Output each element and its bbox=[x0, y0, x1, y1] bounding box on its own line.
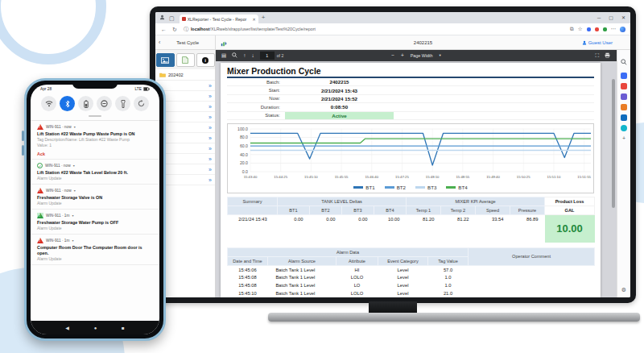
panel-title: Test Cycle bbox=[160, 40, 215, 45]
notification-card[interactable]: WIN-911 · 1m▾Freshwater Storage Water Pu… bbox=[31, 210, 159, 235]
notification-header: WIN-911 · 1m▾ bbox=[37, 238, 153, 243]
zoom-mode-label[interactable]: Page Width bbox=[411, 53, 433, 58]
tab-reports[interactable] bbox=[156, 53, 175, 67]
minimize-button[interactable]: ─ bbox=[597, 15, 601, 20]
edge-sidebar-app-icon-4[interactable] bbox=[621, 104, 627, 110]
split-screen-icon[interactable]: ⧉ bbox=[570, 27, 574, 32]
edge-sidebar-app-icon-6[interactable] bbox=[621, 125, 627, 131]
expand-caret-icon[interactable]: ▾ bbox=[72, 239, 74, 243]
page-number-input[interactable] bbox=[260, 52, 275, 60]
site-info-icon[interactable]: ⓘ bbox=[184, 26, 188, 33]
sidebar-folder[interactable]: 202402 bbox=[155, 69, 215, 81]
edge-sidebar-settings-icon[interactable]: ⚙ bbox=[621, 287, 626, 293]
pdf-search-icon[interactable] bbox=[232, 52, 237, 60]
auto-rotate-icon[interactable] bbox=[134, 96, 149, 111]
expand-caret-icon[interactable]: ▾ bbox=[73, 164, 75, 168]
notification-app-label: WIN-911 · now bbox=[46, 189, 72, 193]
pdf-toolbar-right: ⛶ bbox=[595, 52, 610, 60]
edge-sidebar-app-icon-5[interactable] bbox=[621, 114, 627, 121]
back-icon[interactable]: ← bbox=[161, 27, 167, 32]
expand-caret-icon[interactable]: ▾ bbox=[74, 189, 76, 193]
svg-text:15:48:10: 15:48:10 bbox=[426, 174, 440, 178]
svg-text:40.0: 40.0 bbox=[240, 152, 248, 157]
notification-card[interactable]: WIN-911 · 1m▾Computer Room Door The Comp… bbox=[31, 235, 159, 265]
profile-icon[interactable] bbox=[159, 15, 165, 21]
nav-home-button[interactable]: ● bbox=[94, 326, 97, 330]
folder-icon bbox=[159, 73, 166, 77]
summary-filler-row bbox=[228, 224, 595, 243]
tab-files[interactable] bbox=[176, 53, 195, 67]
nav-recents-button[interactable]: ■ bbox=[122, 326, 125, 330]
edge-sidebar-app-icon-3[interactable] bbox=[621, 93, 627, 100]
svg-text:80.0: 80.0 bbox=[240, 135, 248, 139]
chevron-right-icon[interactable]: » bbox=[208, 93, 212, 99]
field-value: 2402215 bbox=[285, 79, 394, 85]
maximize-button[interactable]: ▢ bbox=[609, 15, 613, 20]
new-tab-button[interactable]: + bbox=[262, 15, 266, 21]
alarm-row: 15:45:08Batch Tank 1 LevelLOLOLevel1.0 bbox=[228, 274, 595, 282]
tab-close-icon[interactable]: ✕ bbox=[252, 17, 255, 22]
chevron-right-icon[interactable]: » bbox=[208, 156, 212, 162]
edge-sidebar-search-icon[interactable] bbox=[621, 54, 627, 69]
legend-label: BT1 bbox=[365, 185, 374, 190]
monitor-screen: ▢ XLReporter - Test Cycle - Repor ✕ + ─ … bbox=[155, 12, 630, 297]
nav-back-button[interactable]: ◀ bbox=[65, 326, 69, 330]
copilot-icon[interactable] bbox=[620, 27, 625, 32]
expand-caret-icon[interactable]: ▾ bbox=[74, 125, 76, 129]
report-page: Mixer Production Cycle Batch:2402215Star… bbox=[221, 63, 601, 297]
edge-sidebar-app-icon-2[interactable] bbox=[621, 83, 627, 89]
page-down-icon[interactable]: ↓ bbox=[251, 53, 254, 59]
chevron-right-icon[interactable]: » bbox=[208, 83, 212, 89]
battery-icon[interactable] bbox=[78, 96, 93, 111]
alarm-row: 15:45:10Batch Tank 1 LevelLOLevel21.0 bbox=[228, 297, 595, 297]
refresh-icon[interactable]: ↻ bbox=[172, 27, 177, 32]
page-up-icon[interactable]: ↑ bbox=[243, 53, 246, 59]
legend-item: BT4 bbox=[446, 185, 467, 190]
file-icon bbox=[182, 56, 188, 64]
field-label: Status: bbox=[227, 113, 285, 118]
expand-caret-icon[interactable]: ▾ bbox=[72, 214, 74, 218]
tab-search-icon[interactable]: ▢ bbox=[169, 15, 175, 21]
zoom-out-icon[interactable]: − bbox=[391, 53, 394, 59]
flashlight-icon[interactable] bbox=[115, 96, 130, 111]
tab-info[interactable]: i bbox=[196, 53, 215, 67]
sidebar-report-row[interactable]: » bbox=[155, 81, 215, 91]
quick-settings-row bbox=[31, 96, 159, 111]
drag-handle[interactable] bbox=[89, 115, 101, 117]
print-icon[interactable] bbox=[605, 52, 610, 60]
edge-sidebar-app-icon-1[interactable] bbox=[621, 73, 627, 79]
wifi-icon[interactable] bbox=[41, 96, 56, 111]
notification-card[interactable]: WIN-911 · now▾Lift Station #22 Waste Pum… bbox=[31, 121, 159, 160]
main-header: 2402215 Guest User bbox=[216, 35, 630, 49]
fullscreen-icon[interactable]: ⛶ bbox=[595, 53, 599, 59]
extension-icon-1[interactable] bbox=[587, 27, 591, 31]
guest-user-button[interactable]: Guest User bbox=[582, 40, 613, 45]
extension-icon-3[interactable] bbox=[603, 27, 607, 31]
address-bar[interactable]: ⓘ localhost /XLRweb/xlrapp/user/list/tem… bbox=[184, 26, 565, 33]
summary-data-row: 2/21/24 15:430.000.000.0010.0081.2081.22… bbox=[228, 214, 595, 224]
do-not-disturb-icon[interactable] bbox=[97, 96, 112, 111]
chevron-right-icon[interactable]: » bbox=[208, 177, 212, 183]
chevron-right-icon[interactable]: » bbox=[208, 135, 212, 141]
browser-tab[interactable]: XLReporter - Test Cycle - Repor ✕ bbox=[180, 15, 258, 23]
notification-app-label: WIN-911 · 1m bbox=[46, 214, 70, 218]
more-icon[interactable]: ⋯ bbox=[611, 27, 617, 32]
notification-card[interactable]: WIN-911 · now▾Freshwater Storage Valve i… bbox=[31, 185, 159, 210]
pdf-scrollbar[interactable] bbox=[612, 79, 615, 208]
zoom-mode-caret-icon[interactable]: ▾ bbox=[440, 54, 441, 58]
extension-icon-2[interactable] bbox=[595, 27, 599, 31]
zoom-in-icon[interactable]: + bbox=[401, 53, 404, 59]
edge-sidebar-add-icon[interactable]: + bbox=[622, 135, 625, 141]
notification-card[interactable]: ✓WIN-911 · now▾Lift Station #22 Waste Ta… bbox=[31, 160, 159, 185]
notification-title: Lift Station #22 Waste Pump Waste Pump i… bbox=[37, 131, 153, 137]
chevron-right-icon[interactable]: » bbox=[208, 114, 212, 120]
bluetooth-icon[interactable] bbox=[60, 96, 75, 111]
pdf-panel-toggle-icon[interactable]: ▤ bbox=[221, 53, 226, 59]
chevron-right-icon[interactable]: » bbox=[208, 146, 212, 152]
chevron-right-icon[interactable]: » bbox=[208, 104, 212, 110]
chevron-right-icon[interactable]: » bbox=[208, 167, 212, 172]
close-button[interactable]: ✕ bbox=[621, 15, 625, 20]
favorites-star-icon[interactable]: ☆ bbox=[578, 27, 583, 32]
ack-button[interactable]: Ack bbox=[37, 152, 153, 156]
chevron-right-icon[interactable]: » bbox=[208, 125, 212, 131]
